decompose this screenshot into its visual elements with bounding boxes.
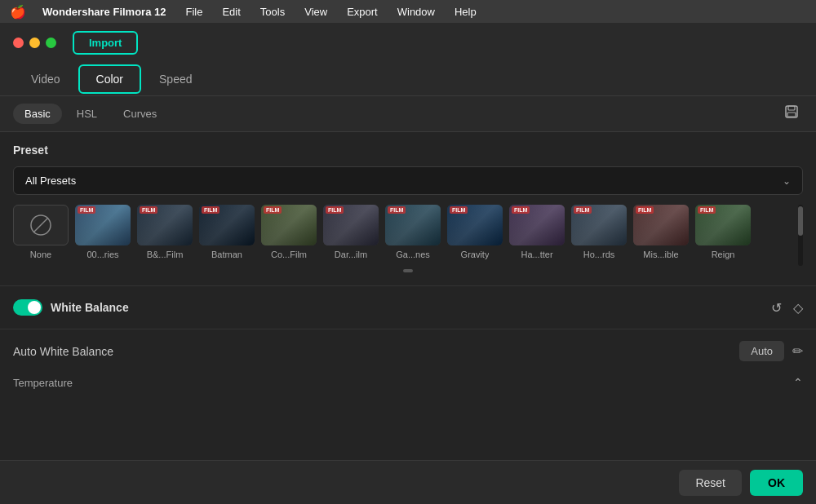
preset-thumb-missile: FILM <box>633 205 689 245</box>
menu-help[interactable]: Help <box>451 4 480 20</box>
apple-icon[interactable]: 🍎 <box>10 4 26 20</box>
traffic-lights <box>13 38 56 48</box>
preset-thumb-none <box>13 205 69 245</box>
awb-right: Auto ✏ <box>739 341 803 361</box>
preset-label-hoards: Ho...rds <box>583 250 615 259</box>
save-icon[interactable] <box>780 100 803 127</box>
preset-thumb-00ries: FILM <box>75 205 131 245</box>
svg-rect-2 <box>787 113 796 117</box>
preset-label-cofilm: Co...Film <box>271 250 307 259</box>
tab-color[interactable]: Color <box>78 64 141 94</box>
wb-left: White Balance <box>13 299 129 316</box>
subtab-basic[interactable]: Basic <box>13 104 62 124</box>
preset-thumb-hoards: FILM <box>571 205 627 245</box>
app-name: Wondershare Filmora 12 <box>42 6 166 18</box>
preset-thumb-cofilm: FILM <box>261 205 317 245</box>
preset-label-gravity: Gravity <box>461 250 490 259</box>
menu-export[interactable]: Export <box>344 4 381 20</box>
preset-thumbnails: None FILM 00...ries FILM <box>13 205 798 266</box>
preset-label-games: Ga...nes <box>396 250 430 259</box>
preset-item-bkfilm[interactable]: FILM B&...Film <box>137 205 193 259</box>
import-button[interactable]: Import <box>73 31 138 55</box>
wb-icons: ↺ ◇ <box>771 300 803 316</box>
preset-label-00ries: 00...ries <box>86 250 118 259</box>
white-balance-section: White Balance ↺ ◇ <box>0 290 816 325</box>
menu-edit[interactable]: Edit <box>219 4 243 20</box>
preset-item-hatter[interactable]: FILM Ha...tter <box>509 205 565 259</box>
preset-item-none[interactable]: None <box>13 205 69 259</box>
tab-speed[interactable]: Speed <box>141 64 210 94</box>
toggle-knob <box>28 301 41 314</box>
preset-label-missile: Mis...ible <box>643 250 678 259</box>
sub-tabs: Basic HSL Curves <box>0 96 816 132</box>
preset-thumb-gravity: FILM <box>447 205 503 245</box>
preset-section: Preset All Presets ⌄ None <box>0 132 816 282</box>
ok-button[interactable]: OK <box>750 470 803 496</box>
preset-label-batman: Batman <box>211 250 242 259</box>
menu-window[interactable]: Window <box>394 4 438 20</box>
menu-file[interactable]: File <box>182 4 206 20</box>
preset-item-reign[interactable]: FILM Reign <box>695 205 751 259</box>
scroll-indicator <box>13 266 803 276</box>
preset-item-cofilm[interactable]: FILM Co...Film <box>261 205 317 259</box>
preset-thumb-darilm: FILM <box>323 205 379 245</box>
fullscreen-button[interactable] <box>46 38 56 48</box>
thumbnails-scrollbar-thumb <box>798 206 803 236</box>
preset-item-00ries[interactable]: FILM 00...ries <box>75 205 131 259</box>
preset-item-games[interactable]: FILM Ga...nes <box>385 205 441 259</box>
minimize-button[interactable] <box>29 38 40 48</box>
titlebar: Import <box>0 23 816 62</box>
preset-item-darilm[interactable]: FILM Dar...ilm <box>323 205 379 259</box>
preset-label-none: None <box>30 250 51 259</box>
diamond-icon[interactable]: ◇ <box>793 300 803 316</box>
preset-thumb-hatter: FILM <box>509 205 565 245</box>
auto-button[interactable]: Auto <box>739 341 784 361</box>
preset-thumb-bkfilm: FILM <box>137 205 193 245</box>
temperature-row: Temperature ⌃ <box>0 369 816 396</box>
preset-thumb-games: FILM <box>385 205 441 245</box>
scroll-dot <box>403 269 413 272</box>
thumbnails-container: None FILM 00...ries FILM <box>13 205 803 266</box>
preset-label-darilm: Dar...ilm <box>335 250 367 259</box>
main-tabs: Video Color Speed <box>0 62 816 96</box>
svg-line-4 <box>33 218 48 232</box>
wb-header: White Balance ↺ ◇ <box>13 299 803 316</box>
wb-title: White Balance <box>51 301 129 314</box>
temperature-label: Temperature <box>13 377 73 389</box>
preset-dropdown[interactable]: All Presets ⌄ <box>13 166 803 195</box>
preset-label-reign: Reign <box>712 250 735 259</box>
preset-dropdown-label: All Presets <box>25 175 76 187</box>
reset-history-icon[interactable]: ↺ <box>771 300 782 316</box>
eyedropper-icon[interactable]: ✏ <box>792 343 803 359</box>
main-panel: Preset All Presets ⌄ None <box>0 132 816 504</box>
preset-item-gravity[interactable]: FILM Gravity <box>447 205 503 259</box>
preset-thumb-batman: FILM <box>199 205 255 245</box>
divider-2 <box>0 329 816 329</box>
subtab-hsl[interactable]: HSL <box>65 104 109 124</box>
preset-label-hatter: Ha...tter <box>521 250 552 259</box>
menubar: 🍎 Wondershare Filmora 12 File Edit Tools… <box>0 0 816 23</box>
reset-button[interactable]: Reset <box>679 470 742 496</box>
thumbnails-scrollbar[interactable] <box>798 205 803 266</box>
preset-item-missile[interactable]: FILM Mis...ible <box>633 205 689 259</box>
preset-item-hoards[interactable]: FILM Ho...rds <box>571 205 627 259</box>
preset-thumb-reign: FILM <box>695 205 751 245</box>
divider-1 <box>0 285 816 286</box>
menu-view[interactable]: View <box>301 4 330 20</box>
preset-label-bkfilm: B&...Film <box>147 250 184 259</box>
bottom-bar: Reset OK <box>0 460 816 504</box>
auto-wb-label: Auto White Balance <box>13 345 113 358</box>
preset-item-batman[interactable]: FILM Batman <box>199 205 255 259</box>
chevron-down-icon: ⌄ <box>783 175 791 187</box>
close-button[interactable] <box>13 38 24 48</box>
tab-video[interactable]: Video <box>13 64 78 94</box>
white-balance-toggle[interactable] <box>13 299 42 316</box>
auto-wb-row: Auto White Balance Auto ✏ <box>0 333 816 369</box>
subtab-curves[interactable]: Curves <box>112 104 168 124</box>
preset-title: Preset <box>13 144 803 157</box>
collapse-icon[interactable]: ⌃ <box>793 376 803 389</box>
menu-tools[interactable]: Tools <box>257 4 288 20</box>
